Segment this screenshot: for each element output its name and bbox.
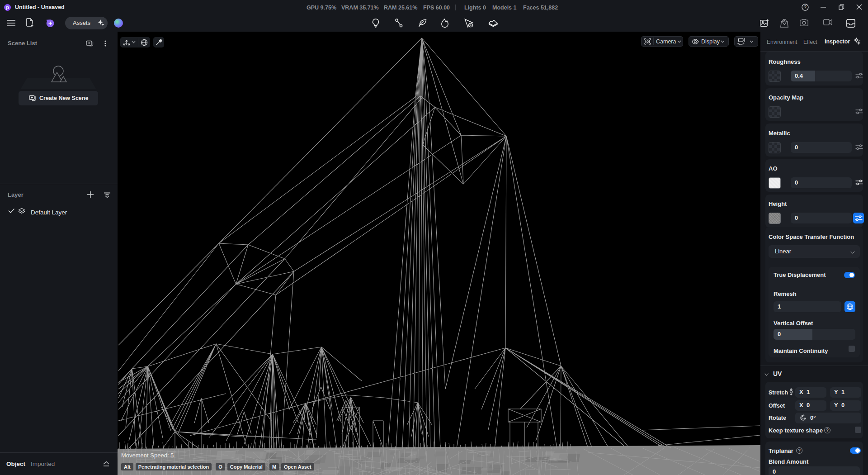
- svg-text:?: ?: [804, 5, 807, 10]
